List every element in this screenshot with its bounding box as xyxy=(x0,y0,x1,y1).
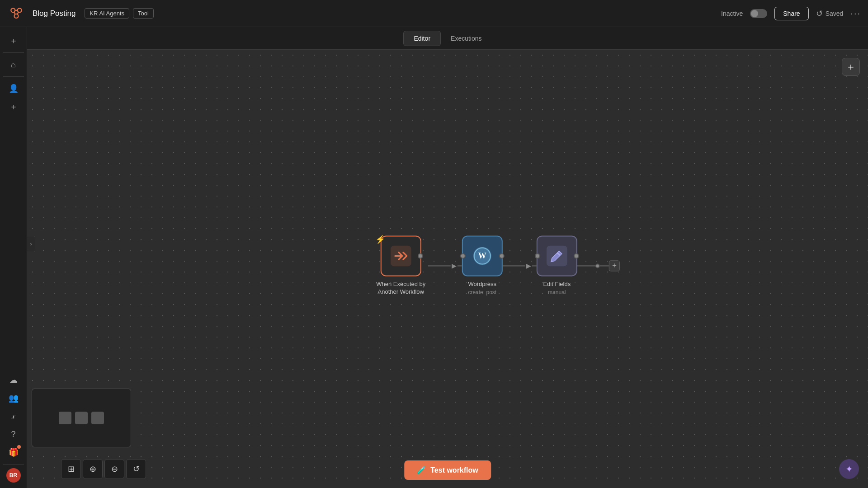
test-workflow-label: Test workflow xyxy=(430,466,478,474)
inactive-label: Inactive xyxy=(721,10,743,17)
workflow-title: Blog Posting xyxy=(33,9,75,18)
conn-arrow-1: ▶ xyxy=(452,262,457,269)
tag-tool[interactable]: Tool xyxy=(133,8,154,19)
trailing-dot xyxy=(595,263,600,268)
logo xyxy=(7,5,25,23)
tab-editor[interactable]: Editor xyxy=(403,31,441,46)
magic-wand-icon: ✦ xyxy=(845,464,853,474)
minimap-node-3 xyxy=(91,412,104,424)
zoom-in-button[interactable]: ⊕ xyxy=(83,459,103,479)
saved-status: ↺ Saved xyxy=(816,9,844,19)
wordpress-input-dot xyxy=(460,253,466,259)
conn-line-1 xyxy=(428,265,451,266)
connector-2: ▶ xyxy=(503,262,537,269)
minimap-node-2 xyxy=(75,412,88,424)
add-node-after-button[interactable]: ＋ xyxy=(609,260,620,271)
sidebar-cloud-button[interactable]: ☁ xyxy=(5,372,22,388)
conn-line-2 xyxy=(503,265,525,266)
topbar-right: Inactive Share ↺ Saved ··· xyxy=(721,7,861,20)
sidebar-variable-button[interactable]: 𝒙 xyxy=(5,408,22,424)
sidebar-divider-2 xyxy=(3,76,24,77)
user-avatar[interactable]: BR xyxy=(6,468,21,483)
workflow-tags: KR AI Agents Tool xyxy=(85,8,153,19)
editfields-sublabel: manual xyxy=(548,290,566,296)
node-editfields: Edit Fields manual xyxy=(537,236,577,296)
fit-view-button[interactable]: ⊞ xyxy=(61,459,81,479)
trigger-label: When Executed by Another Workflow xyxy=(374,281,428,296)
sidebar-divider-1 xyxy=(3,52,24,53)
trigger-output-dot xyxy=(418,253,423,258)
editfields-label: Edit Fields xyxy=(543,281,571,289)
sidebar-team-button[interactable]: 👥 xyxy=(5,390,22,406)
editfields-node-box[interactable] xyxy=(537,236,577,277)
conn-line-3 xyxy=(577,265,595,266)
connector-1: ▶ xyxy=(428,262,462,269)
topbar: Blog Posting KR AI Agents Tool Inactive … xyxy=(0,0,868,27)
minimap-node-1 xyxy=(59,412,71,424)
trigger-node-box[interactable]: ⚡ xyxy=(381,235,421,276)
conn-line-2b xyxy=(532,265,537,266)
node-trigger: ⚡ When Executed by Another Workflow xyxy=(374,235,428,296)
add-node-button[interactable]: ＋ xyxy=(842,58,860,76)
magic-wand-button[interactable]: ✦ xyxy=(839,459,859,479)
more-options-button[interactable]: ··· xyxy=(850,8,861,19)
conn-line-1b xyxy=(458,265,462,266)
conn-arrow-2: ▶ xyxy=(526,262,531,269)
editfields-input-dot xyxy=(535,253,540,259)
tabbar: Editor Executions xyxy=(27,27,868,50)
wordpress-label: Wordpress xyxy=(468,281,496,289)
sidebar-create-button[interactable]: ＋ xyxy=(5,99,22,115)
bottom-toolbar: ⊞ ⊕ ⊖ ↺ xyxy=(61,459,146,479)
sidebar-divider-3 xyxy=(3,464,24,465)
minimap-nodes xyxy=(59,412,104,424)
toggle-knob xyxy=(751,10,758,17)
workflow-area: ⚡ When Executed by Another Workflow ▶ xyxy=(374,235,620,296)
reset-view-button[interactable]: ↺ xyxy=(126,459,146,479)
svg-text:W: W xyxy=(478,252,486,261)
sidebar-gift-button[interactable]: 🎁 xyxy=(5,444,22,460)
wordpress-icon: W xyxy=(471,244,494,268)
test-workflow-button[interactable]: 🧪 Test workflow xyxy=(404,460,491,480)
active-toggle[interactable] xyxy=(750,9,767,18)
sidebar-help-button[interactable]: ? xyxy=(5,426,22,442)
share-button[interactable]: Share xyxy=(774,7,808,20)
sidebar-user-button[interactable]: 👤 xyxy=(5,80,22,97)
sidebar: ＋ ⌂ 👤 ＋ ☁ 👥 𝒙 ? 🎁 BR xyxy=(0,27,27,488)
sidebar-home-button[interactable]: ⌂ xyxy=(5,56,22,73)
bolt-icon: ⚡ xyxy=(375,235,385,244)
wordpress-output-dot xyxy=(499,253,505,259)
wordpress-sublabel: create: post xyxy=(468,290,496,296)
tab-executions[interactable]: Executions xyxy=(441,31,491,46)
connector-3: ＋ xyxy=(577,260,620,271)
svg-point-2 xyxy=(14,14,19,18)
history-icon[interactable]: ↺ xyxy=(816,9,823,19)
wordpress-node-box[interactable]: W xyxy=(462,236,503,277)
svg-point-0 xyxy=(11,8,15,12)
trigger-icon xyxy=(391,245,411,266)
editfields-icon xyxy=(547,246,567,267)
editfields-output-dot xyxy=(574,253,579,259)
conn-line-3b xyxy=(600,265,609,266)
svg-line-5 xyxy=(17,12,19,14)
minimap xyxy=(32,389,131,447)
sidebar-add-button[interactable]: ＋ xyxy=(5,33,22,49)
tag-kr-ai-agents[interactable]: KR AI Agents xyxy=(85,8,129,19)
node-wordpress: W Wordpress create: post xyxy=(462,236,503,296)
sidebar-collapse-button[interactable]: › xyxy=(27,236,35,252)
svg-line-4 xyxy=(14,12,16,14)
svg-point-1 xyxy=(18,8,22,12)
zoom-out-button[interactable]: ⊖ xyxy=(104,459,124,479)
test-workflow-icon: 🧪 xyxy=(417,466,426,474)
workflow-canvas[interactable]: ＋ ⚡ When Executed by Another Workflow ▶ xyxy=(27,50,868,488)
